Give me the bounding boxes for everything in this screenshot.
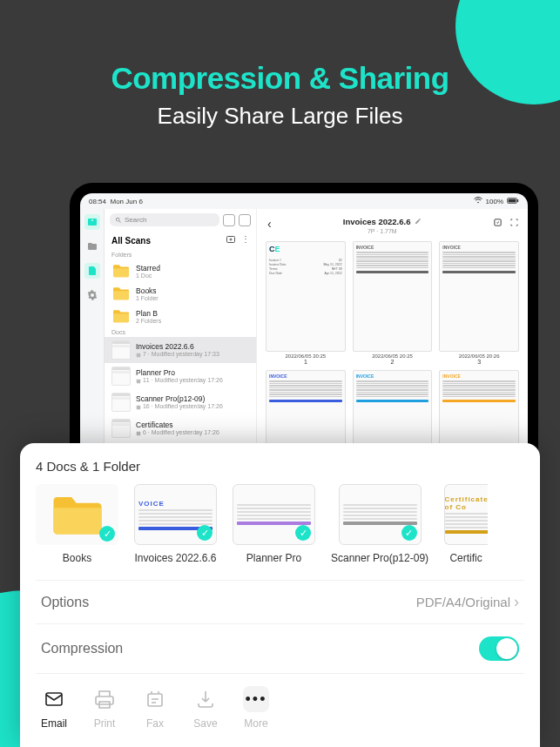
doc-row[interactable]: Scanner Pro(p12-09) 16 · Modified yester… [105, 389, 256, 415]
doc-sub: 7 · Modified yesterday 17:33 [136, 351, 249, 357]
page-thumb: INVOICE [353, 241, 433, 352]
action-label: Save [193, 717, 217, 730]
print-icon [91, 686, 118, 712]
action-label: More [244, 717, 267, 730]
folder-name: Plan B [136, 309, 249, 318]
action-more-button[interactable]: ••• More [243, 686, 269, 730]
doc-thumb-icon [111, 367, 131, 386]
share-sheet: 4 Docs & 1 Folder ✓ Books VOICE ✓ Invoic… [20, 443, 540, 747]
rail-item-doc[interactable] [84, 263, 100, 279]
doc-name: Invoices 2022.6.6 [136, 342, 249, 351]
doc-row[interactable]: Planner Pro 11 · Modified yesterday 17:2… [105, 363, 256, 389]
share-item[interactable]: Certificate of Co Certific [444, 484, 488, 564]
rail-item-folder[interactable] [84, 239, 100, 254]
share-item[interactable]: ✓ Scanner Pro(p12-09) [331, 484, 428, 564]
folder-row[interactable]: Plan B 2 Folders [105, 305, 256, 327]
new-folder-icon[interactable] [223, 214, 235, 226]
folder-icon [111, 263, 131, 279]
action-print-button[interactable]: Print [91, 686, 118, 730]
action-label: Email [41, 717, 67, 730]
page-cell[interactable]: CE Invoice #32 Invoice DateMay 11, 2022 … [266, 241, 346, 365]
back-icon[interactable]: ‹ [266, 217, 272, 231]
folder-sub: 1 Doc [136, 273, 249, 279]
options-label: Options [41, 595, 89, 610]
folder-row[interactable]: Books 1 Folder [105, 282, 256, 305]
page-cell[interactable]: INVOICE 2022/06/05 20:25 2 [353, 241, 433, 365]
save-icon [192, 686, 219, 712]
page-number: 1 [304, 359, 307, 365]
battery-icon [507, 198, 519, 205]
doc-thumb-icon [111, 340, 131, 360]
svg-rect-7 [148, 694, 162, 706]
share-item[interactable]: VOICE ✓ Invoices 2022.6.6 [134, 484, 217, 564]
share-items-row[interactable]: ✓ Books VOICE ✓ Invoices 2022.6.6 ✓ Plan… [36, 484, 524, 564]
doc-sub: 11 · Modified yesterday 17:26 [136, 377, 249, 383]
svg-point-0 [477, 202, 479, 204]
page-number: 2 [391, 359, 395, 365]
doc-sub: 16 · Modified yesterday 17:26 [136, 403, 249, 409]
folder-name: Starred [136, 264, 249, 273]
more-icon: ••• [243, 686, 269, 712]
check-badge-icon: ✓ [401, 525, 417, 541]
page-thumb: INVOICE [439, 241, 519, 352]
svg-rect-3 [517, 199, 518, 202]
check-badge-icon: ✓ [295, 525, 311, 541]
hero-subtitle: Easily Share Large Files [0, 103, 560, 130]
search-placeholder: Search [125, 216, 146, 224]
rail-item-phone[interactable] [84, 214, 100, 230]
share-item-label: Planner Pro [246, 552, 301, 564]
page-number: 3 [477, 359, 481, 365]
status-time-date: 08:54 Mon Jun 6 [89, 198, 143, 205]
edit-title-icon[interactable] [415, 219, 422, 226]
doc-title: Invoices 2022.6.6 [272, 212, 493, 228]
share-item-label: Certific [449, 552, 482, 564]
share-item[interactable]: ✓ Planner Pro [233, 484, 315, 564]
share-doc-thumb: ✓ [233, 484, 315, 545]
doc-name: Scanner Pro(p12-09) [136, 394, 249, 403]
view-toggle-icon[interactable] [239, 214, 251, 226]
doc-name: Certificates [136, 421, 249, 429]
doc-name: Planner Pro [136, 368, 249, 377]
action-label: Print [94, 717, 116, 730]
compression-toggle[interactable] [479, 636, 519, 661]
share-folder-thumb: ✓ [36, 484, 118, 545]
wifi-icon [474, 197, 482, 205]
doc-row[interactable]: Invoices 2022.6.6 7 · Modified yesterday… [105, 337, 256, 363]
fax-icon [142, 686, 168, 712]
doc-thumb-icon [111, 419, 131, 438]
svg-rect-2 [509, 199, 516, 202]
mail-icon [41, 686, 67, 712]
export-icon[interactable] [493, 218, 503, 229]
action-fax-button[interactable]: Fax [142, 686, 168, 730]
page-thumb: CE Invoice #32 Invoice DateMay 11, 2022 … [266, 241, 346, 352]
add-icon[interactable] [226, 234, 236, 246]
share-doc-thumb: Certificate of Co [444, 484, 488, 545]
docs-label: Docs [105, 327, 256, 337]
folder-row[interactable]: Starred 1 Doc [105, 259, 256, 282]
doc-row[interactable]: Certificates 6 · Modified yesterday 17:2… [105, 415, 256, 441]
share-doc-thumb: VOICE ✓ [134, 484, 217, 545]
folder-icon [111, 286, 131, 301]
folder-sub: 1 Folder [136, 295, 249, 301]
more-icon[interactable]: ⋮ [241, 234, 249, 246]
share-item-label: Invoices 2022.6.6 [134, 552, 216, 564]
share-item[interactable]: ✓ Books [36, 484, 118, 564]
options-row[interactable]: Options PDF/A4/Original › [36, 580, 524, 623]
action-label: Fax [146, 717, 164, 730]
action-row: Email Print Fax Save••• More [36, 673, 524, 735]
folder-name: Books [136, 286, 249, 295]
share-item-label: Books [63, 552, 91, 564]
folder-icon [111, 308, 131, 324]
svg-rect-6 [46, 693, 62, 705]
rail-item-settings[interactable] [84, 287, 100, 303]
compression-label: Compression [41, 641, 123, 656]
check-badge-icon: ✓ [99, 526, 115, 542]
all-scans-title: All Scans [111, 236, 151, 246]
options-value: PDF/A4/Original › [416, 593, 519, 611]
folders-label: Folders [105, 250, 256, 259]
scan-icon[interactable] [509, 218, 519, 229]
action-save-button[interactable]: Save [192, 686, 219, 730]
action-mail-button[interactable]: Email [41, 686, 67, 730]
search-input[interactable]: Search [110, 213, 219, 226]
page-cell[interactable]: INVOICE 2022/06/05 20:26 3 [439, 241, 519, 365]
